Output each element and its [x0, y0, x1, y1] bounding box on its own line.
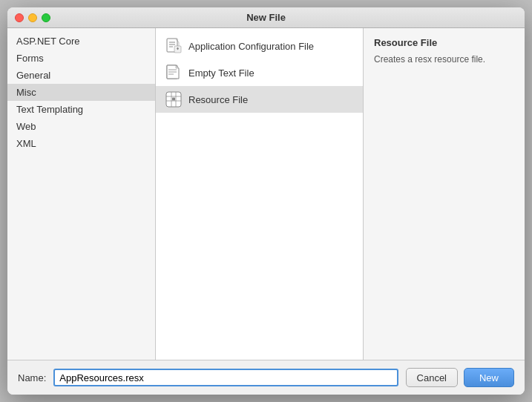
sidebar-item-web[interactable]: Web [7, 118, 155, 135]
detail-description: Creates a resx resource file. [374, 53, 514, 66]
traffic-lights [15, 13, 50, 22]
file-item-resource[interactable]: Resource File [156, 86, 363, 113]
detail-panel: Resource File Creates a resx resource fi… [364, 28, 525, 360]
window-title: New File [246, 12, 286, 23]
minimize-button[interactable] [28, 13, 37, 22]
sidebar: ASP.NET Core Forms General Misc Text Tem… [7, 28, 156, 360]
file-item-empty-text[interactable]: Empty Text File [156, 59, 363, 86]
close-button[interactable] [15, 13, 24, 22]
bottom-bar: Name: Cancel New [7, 360, 525, 395]
file-item-app-config[interactable]: Application Configuration File [156, 33, 363, 59]
name-label: Name: [18, 372, 46, 383]
sidebar-item-asp-net-core[interactable]: ASP.NET Core [7, 33, 155, 50]
file-item-empty-text-label: Empty Text File [188, 67, 254, 79]
sidebar-item-forms[interactable]: Forms [7, 50, 155, 67]
config-icon [165, 37, 183, 55]
new-button[interactable]: New [464, 368, 514, 387]
sidebar-item-text-templating[interactable]: Text Templating [7, 101, 155, 118]
sidebar-item-general[interactable]: General [7, 67, 155, 84]
text-icon [165, 64, 183, 82]
file-item-app-config-label: Application Configuration File [188, 41, 314, 52]
file-list: Application Configuration File [156, 28, 364, 360]
detail-title: Resource File [374, 37, 514, 48]
resource-icon [165, 90, 183, 108]
sidebar-item-xml[interactable]: XML [7, 135, 155, 152]
name-input[interactable] [53, 369, 398, 386]
new-file-dialog: New File ASP.NET Core Forms General Misc… [7, 7, 525, 395]
button-group: Cancel New [406, 368, 514, 387]
file-item-resource-label: Resource File [188, 94, 248, 105]
content-area: ASP.NET Core Forms General Misc Text Tem… [7, 28, 525, 360]
maximize-button[interactable] [42, 13, 50, 22]
svg-rect-8 [172, 98, 175, 101]
cancel-button[interactable]: Cancel [406, 368, 458, 387]
sidebar-item-misc[interactable]: Misc [7, 84, 155, 101]
titlebar: New File [7, 7, 525, 28]
